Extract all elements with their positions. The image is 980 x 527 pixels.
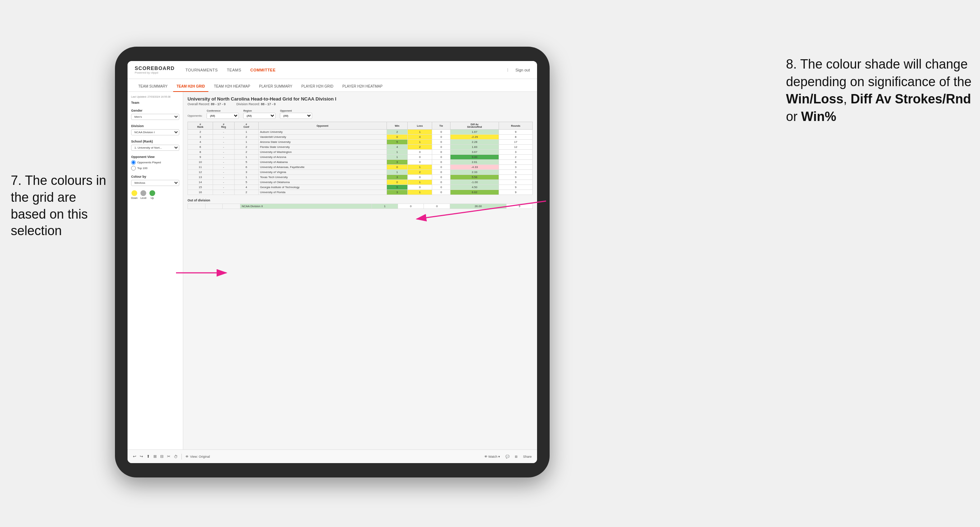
watch-btn[interactable]: 👁 Watch ▾ <box>484 455 500 459</box>
cell-reg: - <box>213 144 235 150</box>
sub-nav-team-h2h-grid[interactable]: TEAM H2H GRID <box>173 81 209 92</box>
cell-rank: 3 <box>188 135 213 140</box>
undo-btn[interactable]: ↩ <box>133 454 136 459</box>
division-section: Division NCAA Division I <box>131 124 179 135</box>
col-reg: #Reg <box>213 122 235 130</box>
school-select[interactable]: 1. University of Nort... <box>131 144 179 151</box>
filters-row: Opponents: Conference (All) Region (All) <box>188 110 533 119</box>
toolbar-right: 👁 Watch ▾ 💬 ⊞ Share <box>484 455 532 459</box>
cell-win: 0 <box>387 165 407 170</box>
region-select[interactable]: (All) <box>243 113 275 119</box>
cell-tie: 0 <box>432 180 450 185</box>
ood-rounds: 3 <box>506 204 533 209</box>
cell-tie: 0 <box>432 190 450 195</box>
gender-section: Gender Men's <box>131 109 179 120</box>
sub-nav-player-h2h-heatmap[interactable]: PLAYER H2H HEATMAP <box>339 81 386 92</box>
table-row: 13 - 1 Texas Tech University 3 0 0 5.56 … <box>188 175 533 180</box>
left-panel: Last Updated: 27/03/2024 16:55:38 Team G… <box>127 92 183 449</box>
legend-down-dot <box>132 190 137 196</box>
cell-rounds: 12 <box>499 144 532 150</box>
cell-conf: 1 <box>234 175 258 180</box>
col-rounds: Rounds <box>499 122 532 130</box>
gender-select[interactable]: Men's <box>131 114 179 120</box>
cell-rounds: 2 <box>499 155 532 160</box>
crop-btn[interactable]: ✂ <box>167 454 170 459</box>
cell-conf: 5 <box>234 160 258 165</box>
colour-by-select[interactable]: Win/loss <box>131 180 179 186</box>
conference-select[interactable]: (All) <box>207 113 239 119</box>
toolbar-sep <box>181 454 182 460</box>
division-select[interactable]: NCAA Division I <box>131 129 179 135</box>
cell-tie: 0 <box>432 170 450 175</box>
nav-item-teams[interactable]: TEAMS <box>227 68 241 72</box>
col-conf: #Conf <box>234 122 258 130</box>
colour-by-section: Colour by Win/loss <box>131 175 179 186</box>
present-btn[interactable]: ⊞ <box>515 455 518 459</box>
out-of-division-table: NCAA Division II 1 0 0 26.00 3 <box>188 203 533 209</box>
radio-opponents-played[interactable]: Opponents Played <box>131 160 179 165</box>
sign-out[interactable]: Sign out <box>515 68 530 72</box>
cell-conf: 1 <box>234 130 258 135</box>
legend-level-dot <box>140 190 146 196</box>
forward-btn[interactable]: ⬆ <box>146 454 150 459</box>
cell-win: 5 <box>387 140 407 144</box>
cell-loss: 2 <box>408 144 432 150</box>
sub-nav-team-h2h-heatmap[interactable]: TEAM H2H HEATMAP <box>210 81 254 92</box>
grid-title: University of North Carolina Head-to-Hea… <box>188 96 533 102</box>
cell-opponent: University of Oklahoma <box>258 180 387 185</box>
cell-loss: 1 <box>408 190 432 195</box>
division-record: Division Record: 88 - 17 - 0 <box>236 102 275 106</box>
cell-diff: 1.83 <box>450 144 499 150</box>
radio-top100[interactable]: Top 100 <box>131 166 179 170</box>
cell-conf: 1 <box>234 140 258 144</box>
cell-tie: 0 <box>432 144 450 150</box>
data-table: #Rank #Reg #Conf Opponent Win Loss Tie D… <box>188 122 533 195</box>
cell-tie: 0 <box>432 155 450 160</box>
cell-rounds: 8 <box>499 135 532 140</box>
cell-rank: 16 <box>188 190 213 195</box>
cell-loss: 1 <box>408 180 432 185</box>
nav-item-committee[interactable]: COMMITTEE <box>250 68 276 72</box>
sub-nav-team-summary[interactable]: TEAM SUMMARY <box>135 81 171 92</box>
view-label: 👁 View: Original <box>185 455 210 459</box>
cell-reg: - <box>213 140 235 144</box>
cell-rank: 13 <box>188 175 213 180</box>
paste-btn[interactable]: ⊟ <box>160 454 164 459</box>
share-btn[interactable]: Share <box>523 455 532 459</box>
table-row: 14 - 5 University of Oklahoma 0 1 0 -1.0… <box>188 180 533 185</box>
cell-rank: 10 <box>188 160 213 165</box>
ood-win: 1 <box>371 204 398 209</box>
timer-btn[interactable]: ⏱ <box>174 454 178 459</box>
cell-loss: 2 <box>408 170 432 175</box>
cell-tie: 0 <box>432 140 450 144</box>
redo-btn[interactable]: ↪ <box>140 454 143 459</box>
sub-nav-player-h2h-grid[interactable]: PLAYER H2H GRID <box>298 81 337 92</box>
annotation-left: 7. The colours in the grid are based on … <box>11 172 111 240</box>
logo-text: SCOREBOARD <box>135 65 175 71</box>
grid-subtitle: Overall Record: 89 - 17 - 0 Division Rec… <box>188 102 533 106</box>
division-label: Division <box>131 124 179 128</box>
cell-loss: 0 <box>408 160 432 165</box>
table-row: 15 - 4 Georgia Institute of Technology 5… <box>188 185 533 190</box>
cell-conf: 2 <box>234 190 258 195</box>
cell-opponent: University of Virginia <box>258 170 387 175</box>
cell-opponent: Florida State University <box>258 144 387 150</box>
opponent-select[interactable]: (All) <box>280 113 312 119</box>
cell-rounds: 3 <box>499 165 532 170</box>
table-row: 4 - 1 Arizona State University 5 1 0 2.2… <box>188 140 533 144</box>
cell-diff: 5.56 <box>450 175 499 180</box>
grid-area: University of North Carolina Head-to-Hea… <box>183 92 537 449</box>
cell-opponent: University of Arizona <box>258 155 387 160</box>
cell-conf: 6 <box>234 165 258 170</box>
nav-item-tournaments[interactable]: TOURNAMENTS <box>185 68 218 72</box>
sub-nav-player-summary[interactable]: PLAYER SUMMARY <box>255 81 296 92</box>
table-row: 6 - 2 Florida State University 4 2 0 1.8… <box>188 144 533 150</box>
tablet-frame: SCOREBOARD Powered by clippd TOURNAMENTS… <box>115 47 550 478</box>
table-row: 3 - 2 Vanderbilt University 0 4 0 -2.29 … <box>188 135 533 140</box>
copy-btn[interactable]: ⊞ <box>153 454 157 459</box>
cell-opponent: University of Florida <box>258 190 387 195</box>
comment-btn[interactable]: 💬 <box>506 455 509 459</box>
cell-loss: 1 <box>408 130 432 135</box>
cell-diff: -2.29 <box>450 135 499 140</box>
cell-tie: 0 <box>432 160 450 165</box>
